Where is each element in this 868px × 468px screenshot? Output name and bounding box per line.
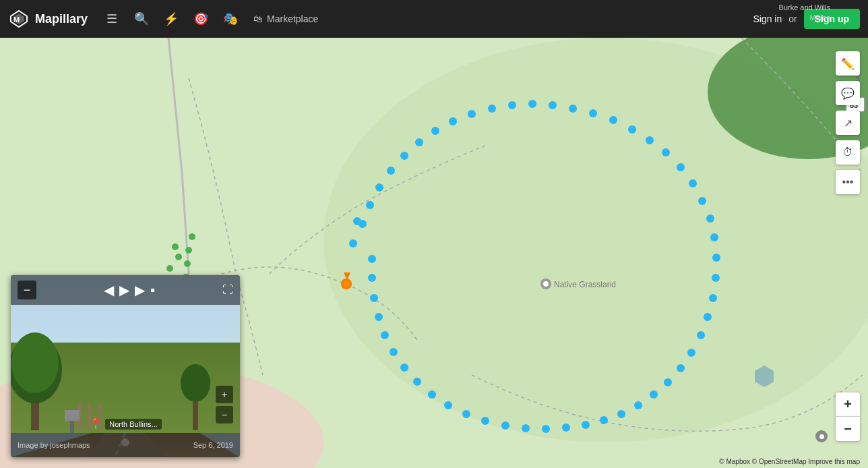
time-button[interactable]: ⏱: [836, 140, 860, 165]
attribution-text: © Mapbox © OpenStreetMap Improve this ma…: [719, 458, 860, 465]
svg-point-27: [662, 148, 670, 156]
edit-icon: ✏️: [841, 57, 855, 70]
search-icon: 🔍: [134, 11, 149, 26]
svg-text:Native Grassland: Native Grassland: [554, 280, 616, 289]
svg-point-8: [185, 247, 192, 254]
prev-icon: ◀: [104, 283, 114, 297]
svg-point-58: [582, 421, 590, 429]
zoom-controls: + −: [836, 392, 860, 441]
sv-nav: ◀ ▶ ▶ ▪: [104, 282, 155, 298]
clock-icon: ⏱: [842, 146, 853, 158]
right-controls: ✏️ 💬 ↗ ⏱ •••: [836, 51, 860, 194]
svg-point-66: [428, 390, 436, 399]
reactions-icon: 🎭: [223, 11, 238, 26]
svg-point-37: [415, 138, 423, 146]
play-icon: ▶: [119, 283, 129, 297]
user-info-preview: Burke and Wills Memo: [779, 3, 830, 24]
mapillary-logo-icon: M: [8, 8, 30, 30]
sv-square-button[interactable]: ▪: [150, 283, 155, 298]
svg-point-93: [181, 364, 210, 402]
share-icon: ↗: [844, 117, 852, 129]
next-icon: ▶: [135, 283, 145, 297]
svg-point-77: [343, 281, 350, 287]
svg-point-23: [589, 109, 597, 117]
sv-maximize-button[interactable]: ⛶: [222, 284, 233, 296]
map[interactable]: Native Grassland 83 Avenue ✏️ 💬 ↗ ⏱ ••• …: [0, 38, 868, 468]
comment-button[interactable]: 💬: [836, 81, 860, 105]
sv-next-button[interactable]: ▶: [135, 282, 145, 298]
signin-link[interactable]: Sign in: [753, 13, 782, 24]
zoom-out-button[interactable]: −: [836, 417, 860, 441]
svg-point-38: [400, 152, 408, 160]
svg-point-54: [650, 390, 658, 399]
svg-point-71: [375, 313, 383, 321]
public-location-pin: [815, 430, 828, 442]
reactions-button[interactable]: 🎭: [217, 5, 244, 32]
svg-point-43: [353, 217, 361, 225]
svg-point-40: [375, 183, 383, 192]
user-name: Burke and Wills: [779, 3, 830, 11]
svg-point-26: [646, 136, 654, 144]
location-pin-icon: 📍: [89, 417, 102, 430]
svg-point-68: [400, 363, 408, 372]
svg-point-62: [501, 421, 509, 430]
sv-top-bar: − ◀ ▶ ▶ ▪ ⛶: [11, 275, 240, 305]
svg-text:M: M: [13, 16, 20, 24]
svg-point-79: [543, 281, 549, 287]
svg-point-9: [184, 260, 191, 267]
zoom-in-button[interactable]: +: [836, 392, 860, 417]
svg-point-41: [366, 201, 374, 209]
sv-zoom-out-button[interactable]: −: [216, 406, 233, 423]
svg-point-34: [468, 110, 476, 118]
svg-point-32: [508, 101, 516, 109]
capture-button[interactable]: 🎯: [187, 5, 214, 32]
svg-point-22: [569, 105, 577, 113]
svg-point-50: [697, 331, 705, 339]
menu-button[interactable]: ☰: [98, 5, 125, 32]
svg-point-69: [390, 348, 398, 356]
svg-point-73: [368, 274, 376, 282]
edit-button[interactable]: ✏️: [836, 51, 860, 76]
sv-location-text: North Bullins...: [105, 419, 162, 430]
capture-icon: 🎯: [193, 11, 208, 26]
svg-point-74: [368, 255, 376, 263]
marketplace-label: Marketplace: [267, 13, 318, 24]
svg-point-7: [189, 233, 195, 240]
svg-point-67: [413, 378, 421, 386]
sv-zoom-controls: + −: [216, 386, 233, 423]
more-icon: •••: [842, 176, 854, 188]
filter-icon: ⚡: [164, 11, 179, 26]
svg-point-30: [698, 197, 706, 205]
sv-zoom-in-button[interactable]: +: [216, 386, 233, 403]
svg-point-52: [677, 364, 685, 372]
sv-location: 📍 North Bullins...: [11, 417, 240, 433]
svg-point-91: [11, 332, 59, 393]
svg-point-31: [706, 214, 714, 223]
svg-point-44: [349, 239, 357, 247]
menu-icon: ☰: [106, 11, 117, 26]
svg-point-63: [481, 417, 489, 425]
more-button[interactable]: •••: [836, 170, 860, 194]
share-button[interactable]: ↗: [836, 111, 860, 135]
user-subtitle: Memo: [809, 13, 830, 22]
svg-point-24: [609, 116, 617, 124]
filter-button[interactable]: ⚡: [158, 5, 185, 32]
svg-point-13: [172, 243, 179, 250]
svg-point-39: [387, 167, 395, 175]
app-name: Mapillary: [35, 12, 88, 26]
street-view-panel: − ◀ ▶ ▶ ▪ ⛶: [11, 275, 240, 457]
sv-minimize-button[interactable]: −: [18, 281, 36, 299]
svg-point-35: [449, 117, 457, 125]
svg-point-28: [677, 163, 685, 171]
sv-prev-button[interactable]: ◀: [104, 282, 114, 298]
sv-bottom-bar: Image by josephmaps Sep 6, 2019: [11, 433, 240, 457]
logo[interactable]: M Mapillary: [8, 8, 88, 30]
svg-point-21: [549, 101, 557, 109]
marketplace-button[interactable]: 🛍 Marketplace: [247, 9, 325, 28]
search-button[interactable]: 🔍: [128, 5, 155, 32]
svg-point-60: [542, 425, 550, 433]
public-marker: [815, 430, 828, 442]
sv-play-button[interactable]: ▶: [119, 282, 129, 298]
marketplace-icon: 🛍: [253, 13, 263, 24]
map-attribution: © Mapbox © OpenStreetMap Improve this ma…: [719, 458, 860, 465]
